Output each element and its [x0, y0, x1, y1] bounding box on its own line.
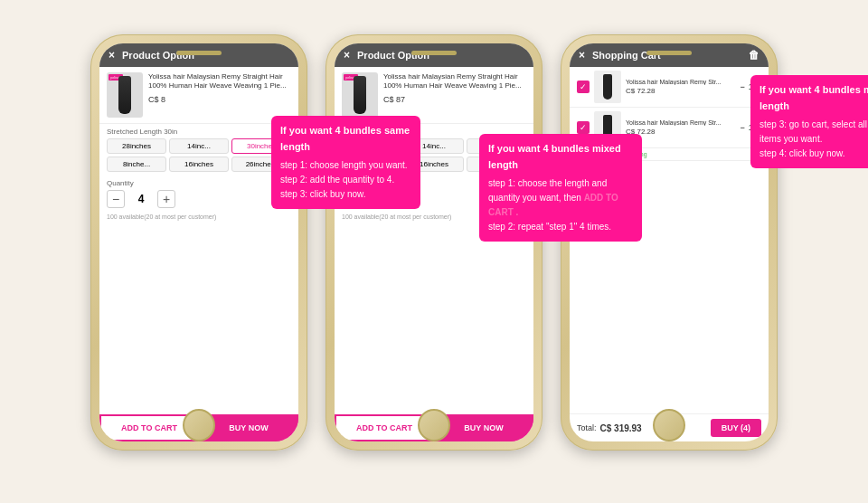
phone-2: If you want 4 bundles mixed length step …	[326, 34, 542, 451]
trash-icon-3[interactable]: 🗑	[749, 49, 760, 62]
cart-item-1: ✓ Yolissa hair Malaysian Remy Str... C$ …	[570, 67, 769, 108]
phone-screen-1: × Product Option yolissa Yolissa hair Ma…	[99, 43, 298, 441]
callout-2-step2: step 2: repeat "step 1" 4 times.	[488, 220, 633, 234]
qty-note-1: 100 available(20 at most per customer)	[99, 212, 298, 222]
phone-body-1: × Product Option yolissa Yolissa hair Ma…	[90, 34, 307, 451]
callout-2-step1: step 1: choose the length and quantity y…	[488, 176, 633, 220]
close-btn-2[interactable]: ×	[344, 49, 350, 62]
callout-1: If you want 4 bundles same length step 1…	[271, 116, 420, 209]
close-btn-3[interactable]: ×	[579, 49, 585, 62]
cart-checkbox-1[interactable]: ✓	[577, 81, 590, 93]
phone-speaker-2	[411, 51, 457, 55]
qty-plus-1[interactable]: +	[157, 190, 175, 208]
qty-minus-1[interactable]: −	[107, 190, 125, 208]
cart-hair-1	[603, 74, 612, 100]
qty-label-1: Quantity	[107, 179, 291, 187]
cart-total-price: C$ 319.93	[600, 423, 642, 433]
phone-home-2	[418, 409, 450, 441]
cart-item-price-2: C$ 72.28	[626, 128, 735, 136]
callout-3-step4: step 4: click buy now.	[760, 147, 868, 161]
app-header-2: × Product Option	[335, 43, 533, 67]
phone-1: If you want 4 bundles same length step 1…	[90, 34, 307, 451]
phone-body-3: × Shopping Cart 🗑 ✓ Yolissa hair Malaysi…	[561, 34, 778, 451]
phone-speaker-1	[176, 51, 222, 55]
product-price-1: C$ 8	[148, 95, 291, 104]
size-btn-14[interactable]: 14inc...	[169, 138, 229, 154]
cart-item-name-2: Yolissa hair Malaysian Remy Str...	[626, 119, 735, 126]
callout-3-step3: step 3: go to cart, select all available…	[760, 118, 868, 147]
callout-1-step3: step 3: click buy now.	[280, 187, 411, 202]
phone-screen-2: × Product Option yolissa Yolissa hair Ma…	[335, 43, 533, 441]
callout-1-step1: step 1: choose length you want.	[280, 158, 411, 173]
cart-qty-minus-1[interactable]: −	[740, 82, 744, 91]
phone-screen-3: × Shopping Cart 🗑 ✓ Yolissa hair Malaysi…	[570, 43, 769, 441]
qty-controls-1: − 4 +	[107, 190, 291, 208]
product-info-2: Yolissa hair Malaysian Remy Straight Hai…	[383, 72, 526, 118]
qty-value-1: 4	[132, 193, 150, 205]
product-image-2: yolissa	[342, 72, 378, 118]
callout-1-step2: step 2: add the quantity to 4.	[280, 173, 411, 187]
size-btn-16[interactable]: 16inches	[169, 157, 229, 172]
size-btn-28[interactable]: 28inches	[107, 138, 166, 154]
cart-item-name-1: Yolissa hair Malaysian Remy Str...	[626, 79, 735, 85]
phone-body-2: × Product Option yolissa Yolissa hair Ma…	[326, 34, 542, 451]
product-title-2: Yolissa hair Malaysian Remy Straight Hai…	[383, 72, 526, 91]
buy-cart-btn[interactable]: BUY (4)	[711, 419, 761, 437]
app-header-3: × Shopping Cart 🗑	[570, 43, 769, 67]
cart-item-details-1: Yolissa hair Malaysian Remy Str... C$ 72…	[626, 79, 735, 95]
product-row-1: yolissa Yolissa hair Malaysian Remy Stra…	[99, 67, 298, 124]
cart-item-price-1: C$ 72.28	[626, 87, 735, 95]
callout-3: If you want 4 bundles mixed length step …	[750, 75, 868, 168]
cart-qty-minus-2[interactable]: −	[740, 123, 744, 132]
size-btn-8[interactable]: 8inche...	[107, 157, 166, 172]
product-image-1: yolissa	[107, 72, 143, 118]
product-info-1: Yolissa hair Malaysian Remy Straight Hai…	[148, 72, 291, 118]
callout-3-title: If you want 4 bundles mixed length	[760, 82, 868, 114]
qty-section-1: Quantity − 4 +	[99, 176, 298, 212]
hair-shape-2	[354, 76, 366, 114]
phone-3: If you want 4 bundles mixed length step …	[561, 34, 778, 451]
product-title-1: Yolissa hair Malaysian Remy Straight Hai…	[148, 72, 291, 91]
size-section-1: Stretched Length 30in 28inches 14inc... …	[99, 124, 298, 176]
phone-home-1	[183, 409, 215, 441]
hair-shape-1	[118, 76, 131, 114]
phone-speaker-3	[646, 51, 692, 55]
cart-item-img-1	[594, 71, 621, 103]
phone-home-3	[653, 409, 685, 441]
cart-item-details-2: Yolissa hair Malaysian Remy Str... C$ 72…	[626, 119, 735, 136]
cart-checkbox-2[interactable]: ✓	[577, 121, 590, 134]
product-price-2: C$ 87	[383, 95, 526, 104]
app-header-1: × Product Option	[99, 43, 298, 67]
callout-2-title: If you want 4 bundles mixed length	[488, 141, 633, 173]
callout-1-title: If you want 4 bundles same length	[280, 123, 411, 155]
callout-2: If you want 4 bundles mixed length step …	[479, 134, 642, 242]
close-btn-1[interactable]: ×	[108, 49, 115, 62]
cart-total-label: Total:	[577, 423, 597, 432]
